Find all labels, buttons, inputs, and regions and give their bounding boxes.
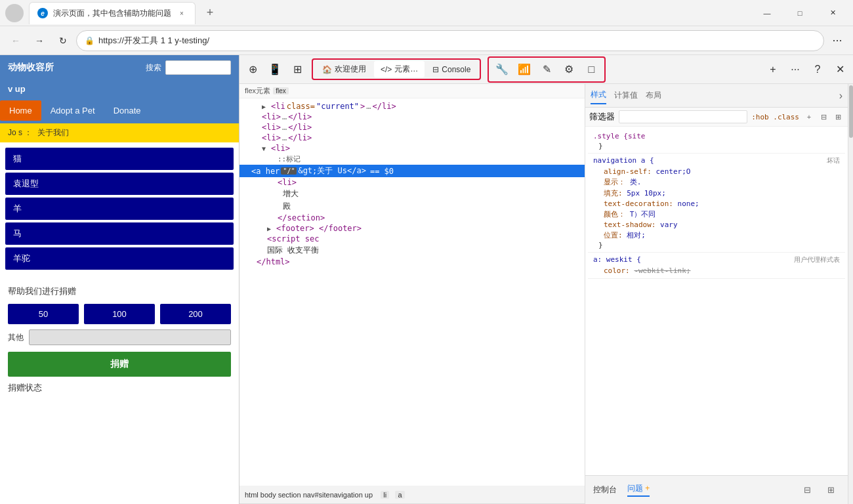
nav-donate[interactable]: Donate	[104, 100, 150, 121]
animal-item-camel[interactable]: 羊驼	[5, 247, 234, 270]
tree-row-text-dian[interactable]: 殿	[239, 200, 585, 213]
device-toggle-button[interactable]: 📱	[264, 59, 285, 80]
breadcrumb-text: html body section nav#sitenavigation up …	[245, 491, 405, 499]
donate-button[interactable]: 捐赠	[8, 352, 231, 377]
browser-tab[interactable]: 演示页面，其中包含辅助功能问题 ×	[29, 2, 196, 24]
tag-li-inner: <li>	[278, 178, 297, 187]
tree-row-pseudo[interactable]: ::标记	[239, 154, 585, 165]
add-tab-button[interactable]: +	[762, 59, 783, 80]
animal-item-cat[interactable]: 猫	[5, 148, 234, 170]
sidebar-toggle-button[interactable]: ⊞	[287, 59, 308, 80]
tree-row-li-current[interactable]: ▶ <li class= "current" > … </li>	[239, 101, 585, 112]
toggle-open-icon[interactable]: ▼	[262, 145, 270, 152]
prop-val-display: 类.	[630, 178, 642, 186]
ellipsis4: …	[282, 133, 287, 142]
tree-row-li-open[interactable]: ▼ <li>	[239, 143, 585, 154]
breadcrumb-li[interactable]: li	[381, 491, 389, 499]
footer-toggle[interactable]: ▶	[267, 225, 275, 232]
add-style-button[interactable]: +	[803, 111, 815, 123]
tree-row-li-4[interactable]: <li> … </li>	[239, 133, 585, 143]
forward-button[interactable]: →	[29, 30, 50, 51]
nav-adopt[interactable]: Adopt a Pet	[41, 100, 104, 121]
tree-row-footer[interactable]: ▶ <footer> </footer>	[239, 223, 585, 234]
accessibility-icon-button[interactable]: 🔧	[491, 59, 512, 80]
elements-scrollbar[interactable]	[848, 84, 853, 504]
sub-about[interactable]: 关于我们	[37, 127, 69, 138]
tab-computed[interactable]: 计算值	[614, 87, 638, 104]
close-devtools-button[interactable]: ✕	[829, 59, 850, 80]
style-rule-navigation: navigation a { 坏话 align-self: center;O 显…	[588, 154, 845, 253]
styles-expand-button[interactable]: ›	[839, 90, 843, 102]
prop-val-td: none;	[678, 200, 699, 208]
back-button[interactable]: ←	[5, 30, 26, 51]
dock-right-button[interactable]: ⊞	[822, 481, 840, 499]
inspect-element-button[interactable]: ⊕	[242, 59, 263, 80]
inspect-style-button[interactable]: ⊞	[832, 111, 844, 123]
styles-filter-row: 筛选器 :hob .class + ⊟ ⊞	[585, 108, 848, 127]
tag-footer: <footer> </footer>	[276, 224, 362, 233]
new-style-button[interactable]: ⊟	[818, 111, 829, 123]
address-bar[interactable]: 🔒 https://开发工具 1 1 y-testing/	[76, 30, 824, 51]
tab-elements[interactable]: </> 元素…	[374, 61, 425, 77]
animal-item-horse[interactable]: 马	[5, 222, 234, 245]
styles-filter-input[interactable]	[619, 110, 747, 123]
tab-layout[interactable]: 布局	[646, 87, 661, 104]
nav-home[interactable]: Home	[0, 100, 41, 121]
tree-row-li-inner[interactable]: <li>	[239, 177, 585, 188]
style-rule-webkit-selector: a: weskit { 用户代理样式表	[593, 255, 840, 264]
window-controls: — □ ✕	[752, 3, 848, 24]
prop-val-align: center;O	[655, 167, 690, 176]
donate-other-input[interactable]	[29, 329, 231, 345]
elements-tree[interactable]: ▶ <li class= "current" > … </li> <li> …	[239, 98, 585, 486]
dollar-zero: == $0	[370, 167, 394, 176]
tree-row-section-close[interactable]: </section>	[239, 213, 585, 223]
nav-selector-text: navigation a {	[593, 156, 654, 165]
tag-li-end: >	[360, 102, 365, 111]
tab-console[interactable]: ⊟ Console	[426, 62, 477, 77]
page-subnavbar: Jo s ： 关于我们	[0, 123, 239, 142]
tab-close-button[interactable]: ×	[177, 8, 187, 18]
tree-row-li-2[interactable]: <li> … </li>	[239, 112, 585, 122]
help-button[interactable]: ?	[807, 59, 828, 80]
new-tab-button[interactable]: +	[201, 4, 219, 22]
donate-200-button[interactable]: 200	[160, 304, 231, 324]
flex-badge[interactable]: flex	[273, 87, 289, 94]
donate-50-button[interactable]: 50	[8, 304, 79, 324]
tree-row-intl[interactable]: 国际 收支平衡	[239, 244, 585, 257]
tree-row-selected-a[interactable]: <a her "/" &gt;关于 Us</a> == $0	[239, 165, 585, 177]
tab-home[interactable]: 🏠 欢迎使用	[316, 61, 373, 77]
donate-amounts: 50 100 200	[8, 304, 231, 324]
breadcrumb-a[interactable]: a	[395, 491, 404, 499]
maximize-button[interactable]: □	[785, 3, 815, 24]
breadcrumb-path[interactable]: html body section nav#sitenavigation up	[245, 491, 373, 499]
animal-item-sheep[interactable]: 羊	[5, 198, 234, 220]
prop-position: 位置: 相对;	[593, 230, 840, 241]
webpage-scroll[interactable]: 动物收容所 搜索 v up Home Adopt a Pet Donate J	[0, 55, 239, 504]
tree-row-html-close[interactable]: </html>	[239, 257, 585, 267]
settings-icon-button[interactable]: ⚙	[558, 59, 579, 80]
ellipsis: …	[366, 102, 371, 111]
window-icon-button[interactable]: □	[581, 59, 602, 80]
user-avatar	[5, 4, 24, 22]
more-tabs-button[interactable]: ···	[785, 59, 806, 80]
network-icon-button[interactable]: 📶	[514, 59, 535, 80]
dock-bottom-button[interactable]: ⊟	[798, 481, 816, 499]
donate-100-button[interactable]: 100	[84, 304, 155, 324]
styles-tabs: 样式 计算值 布局 ›	[585, 84, 848, 108]
lock-icon: 🔒	[85, 36, 94, 45]
tree-row-li-3[interactable]: <li> … </li>	[239, 122, 585, 133]
tree-row-script[interactable]: <script sec	[239, 234, 585, 244]
close-button[interactable]: ✕	[818, 3, 848, 24]
animal-item-yuan[interactable]: 袁退型	[5, 173, 234, 195]
bottom-tab-issues[interactable]: 问题 +	[627, 483, 650, 497]
more-button[interactable]: ···	[827, 30, 848, 51]
ellipsis3: …	[282, 123, 287, 132]
search-input[interactable]	[165, 60, 231, 75]
tree-row-text-grow[interactable]: 增大	[239, 188, 585, 200]
refresh-button[interactable]: ↻	[52, 30, 73, 51]
tab-styles[interactable]: 样式	[591, 87, 606, 104]
performance-icon-button[interactable]: ✎	[536, 59, 557, 80]
minimize-button[interactable]: —	[752, 3, 782, 24]
bottom-tab-console[interactable]: 控制台	[593, 484, 617, 495]
toggle-icon[interactable]: ▶	[262, 103, 270, 110]
